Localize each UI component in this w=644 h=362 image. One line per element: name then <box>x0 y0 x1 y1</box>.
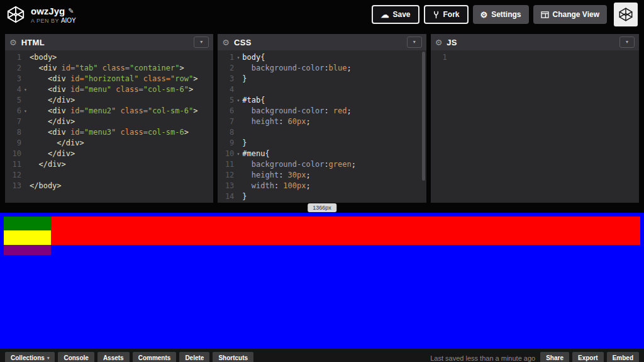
line-number: 11 <box>218 159 234 170</box>
code-line: 2 background-color:blue; <box>218 63 426 74</box>
editor-title-js: JS <box>447 38 457 47</box>
code-text: height: 60px; <box>242 116 310 127</box>
edit-title-pencil-icon[interactable]: ✎ <box>68 7 74 15</box>
code-text: <div id="tab" class="container"> <box>30 63 184 74</box>
line-number: 12 <box>218 170 234 181</box>
pen-title: owzJyg <box>31 6 65 16</box>
header-actions: ☁ Save Fork ⚙ Settings <box>372 3 638 26</box>
code-text: } <box>242 191 247 202</box>
code-text: </div> <box>30 149 75 159</box>
header-bar: owzJyg ✎ A PEN BY Aioy ☁ Save <box>0 0 644 29</box>
editor-collapse-button[interactable]: ▾ <box>407 37 422 48</box>
code-line: 5▾#tab{ <box>218 95 426 106</box>
code-text: <div id="menu3" class=col-sm-6> <box>30 127 189 138</box>
line-number: 9 <box>218 138 234 149</box>
code-line: 6▾ <div id="menu2" class="col-sm-6"> <box>5 106 213 116</box>
code-line: 1▾body{ <box>218 52 426 63</box>
line-number: 10 <box>5 149 21 159</box>
code-line: 11 background-color:green; <box>218 159 426 170</box>
preview-menu-3 <box>4 245 51 255</box>
editor-header-html: ⚙HTML▾ <box>5 34 213 50</box>
preview-menu-1 <box>4 217 51 230</box>
change-view-button[interactable]: Change View <box>533 5 607 24</box>
codepen-logo[interactable] <box>6 5 25 24</box>
code-text: background-color: red; <box>242 106 351 116</box>
save-button[interactable]: ☁ Save <box>372 5 419 24</box>
editor-panel-html: ⚙HTML▾1<body>2 <div id="tab" class="cont… <box>5 34 213 203</box>
code-line: 10▾#menu{ <box>218 149 426 159</box>
code-line: 12 height: 30px; <box>218 170 426 181</box>
code-text: </div> <box>30 116 75 127</box>
header-left: owzJyg ✎ A PEN BY Aioy <box>6 5 76 24</box>
line-number: 1 <box>431 52 447 63</box>
editor-resize-divider[interactable]: 1366px <box>0 203 644 213</box>
code-text: background-color:blue; <box>242 63 351 74</box>
line-number: 13 <box>218 181 234 191</box>
editor-header-js: ⚙JS▾ <box>431 34 639 50</box>
code-line: 1<body> <box>5 52 213 63</box>
footer-button-collections[interactable]: Collections▾ <box>5 352 55 362</box>
footer-button-embed[interactable]: Embed <box>607 352 639 362</box>
line-number: 7 <box>218 116 234 127</box>
editor-collapse-button[interactable]: ▾ <box>194 37 209 48</box>
code-editor-html[interactable]: 1<body>2 <div id="tab" class="container"… <box>5 50 213 203</box>
footer-button-delete[interactable]: Delete <box>179 352 209 362</box>
footer-button-assets[interactable]: Assets <box>97 352 130 362</box>
preview-menu-2 <box>4 230 51 245</box>
fork-button[interactable]: Fork <box>424 5 469 24</box>
code-line: 6 background-color: red; <box>218 106 426 116</box>
code-text: <div id="menu2" class="col-sm-6"> <box>30 106 197 116</box>
line-number: 8 <box>5 127 21 138</box>
code-editor-css[interactable]: 1▾body{2 background-color:blue;3}45▾#tab… <box>218 50 426 203</box>
footer-left-buttons: Collections▾ConsoleAssetsCommentsDeleteS… <box>5 352 253 362</box>
footer-button-console[interactable]: Console <box>58 352 94 362</box>
pen-title-block: owzJyg ✎ A PEN BY Aioy <box>31 6 76 24</box>
fold-arrow-icon[interactable]: ▾ <box>21 84 30 95</box>
editor-row: ⚙HTML▾1<body>2 <div id="tab" class="cont… <box>0 29 644 203</box>
author-name[interactable]: Aioy <box>61 17 76 24</box>
footer-button-export[interactable]: Export <box>572 352 604 362</box>
settings-button[interactable]: ⚙ Settings <box>473 5 529 24</box>
footer-button-shortcuts[interactable]: Shortcuts <box>213 352 253 362</box>
line-number: 6 <box>5 106 21 116</box>
codepen-cube-icon <box>618 7 633 22</box>
fold-arrow-icon[interactable]: ▾ <box>234 95 242 106</box>
byline-prefix: A PEN BY <box>31 18 59 24</box>
editor-title-css: CSS <box>234 38 252 47</box>
gear-icon[interactable]: ⚙ <box>9 38 17 47</box>
line-number: 2 <box>5 63 21 74</box>
code-line: 3} <box>218 74 426 84</box>
fork-button-label: Fork <box>443 10 460 19</box>
footer-button-comments[interactable]: Comments <box>133 352 177 362</box>
fold-arrow-icon[interactable]: ▾ <box>234 149 242 159</box>
code-text: } <box>242 74 247 84</box>
codepen-logo-button[interactable] <box>614 3 638 26</box>
gear-icon[interactable]: ⚙ <box>435 38 443 47</box>
editor-scrollbar[interactable] <box>422 52 425 181</box>
line-number: 14 <box>218 191 234 202</box>
code-line: 7 height: 60px; <box>218 116 426 127</box>
preview-width-badge: 1366px <box>308 203 336 212</box>
editor-title-html: HTML <box>21 38 45 47</box>
settings-button-label: Settings <box>491 10 521 19</box>
editor-header-css: ⚙CSS▾ <box>218 34 426 50</box>
code-text: #menu{ <box>242 149 269 159</box>
save-button-label: Save <box>392 10 410 19</box>
gear-icon: ⚙ <box>480 11 488 19</box>
code-line: 13</body> <box>5 181 213 191</box>
line-number: 12 <box>5 170 21 181</box>
code-editor-js[interactable]: 1 <box>431 50 639 203</box>
code-line: 7 </div> <box>5 116 213 127</box>
gear-icon[interactable]: ⚙ <box>222 38 230 47</box>
fold-arrow-icon[interactable]: ▾ <box>21 106 30 116</box>
codepen-app: owzJyg ✎ A PEN BY Aioy ☁ Save <box>0 0 644 362</box>
line-number: 3 <box>218 74 234 84</box>
line-number: 7 <box>5 116 21 127</box>
preview-body <box>0 213 644 349</box>
footer-button-share[interactable]: Share <box>540 352 569 362</box>
fold-arrow-icon[interactable]: ▾ <box>234 52 242 63</box>
code-line: 4▾ <div id="menu" class="col-sm-6"> <box>5 84 213 95</box>
line-number: 11 <box>5 159 21 170</box>
preview-tab-bar <box>4 217 640 245</box>
editor-collapse-button[interactable]: ▾ <box>619 37 635 48</box>
